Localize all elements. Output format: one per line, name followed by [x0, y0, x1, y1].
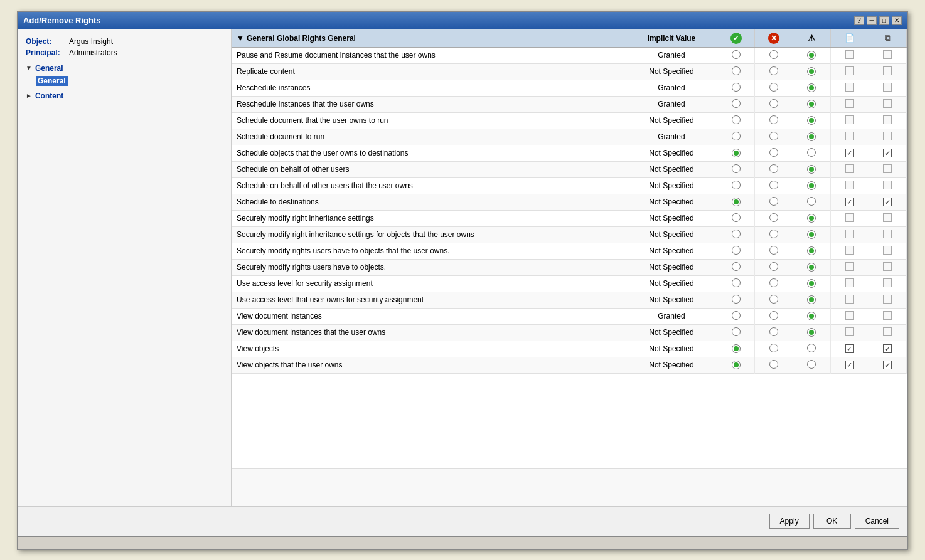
cell-notspecified-radio[interactable] — [793, 96, 830, 112]
cell-check1[interactable] — [831, 275, 869, 292]
cell-grant-radio[interactable] — [717, 341, 754, 357]
cell-check1[interactable] — [831, 80, 869, 96]
cell-check2[interactable] — [869, 259, 906, 275]
cell-check2[interactable] — [869, 275, 906, 292]
cell-check1[interactable] — [831, 308, 869, 324]
cell-check2[interactable]: ✓ — [869, 145, 906, 161]
cell-check2[interactable]: ✓ — [869, 194, 906, 210]
apply-button[interactable]: Apply — [769, 514, 810, 529]
cell-check1[interactable] — [831, 129, 869, 145]
tree-item-general-parent[interactable]: ▼ General — [26, 62, 223, 75]
cell-grant-radio[interactable] — [717, 243, 754, 259]
cell-deny-radio[interactable] — [755, 177, 793, 194]
cell-notspecified-radio[interactable] — [793, 80, 830, 96]
cell-notspecified-radio[interactable] — [793, 47, 830, 63]
cell-check1[interactable] — [831, 243, 869, 259]
cell-deny-radio[interactable] — [755, 324, 793, 341]
cell-check1[interactable] — [831, 47, 869, 63]
cell-notspecified-radio[interactable] — [793, 210, 830, 226]
cell-grant-radio[interactable] — [717, 145, 754, 161]
cell-check2[interactable] — [869, 80, 906, 96]
tree-item-general-child[interactable]: General — [36, 75, 223, 87]
cell-check2[interactable] — [869, 324, 906, 341]
cell-check1[interactable]: ✓ — [831, 357, 869, 373]
ok-button[interactable]: OK — [813, 514, 851, 529]
cell-check2[interactable] — [869, 96, 906, 112]
cell-check2[interactable] — [869, 210, 906, 226]
cell-check2[interactable]: ✓ — [869, 341, 906, 357]
cell-deny-radio[interactable] — [755, 161, 793, 177]
cell-deny-radio[interactable] — [755, 96, 793, 112]
cell-check2[interactable] — [869, 129, 906, 145]
cell-notspecified-radio[interactable] — [793, 145, 830, 161]
tree-item-content[interactable]: ► Content — [26, 90, 223, 102]
cell-check1[interactable]: ✓ — [831, 194, 869, 210]
cell-check1[interactable] — [831, 63, 869, 80]
cell-grant-radio[interactable] — [717, 112, 754, 129]
cell-deny-radio[interactable] — [755, 112, 793, 129]
cancel-button[interactable]: Cancel — [855, 514, 899, 529]
cell-notspecified-radio[interactable] — [793, 194, 830, 210]
cell-notspecified-radio[interactable] — [793, 259, 830, 275]
cell-check2[interactable] — [869, 161, 906, 177]
cell-notspecified-radio[interactable] — [793, 129, 830, 145]
cell-deny-radio[interactable] — [755, 145, 793, 161]
cell-deny-radio[interactable] — [755, 275, 793, 292]
cell-notspecified-radio[interactable] — [793, 112, 830, 129]
cell-notspecified-radio[interactable] — [793, 226, 830, 243]
cell-check1[interactable] — [831, 292, 869, 308]
cell-notspecified-radio[interactable] — [793, 341, 830, 357]
cell-notspecified-radio[interactable] — [793, 292, 830, 308]
cell-deny-radio[interactable] — [755, 308, 793, 324]
cell-grant-radio[interactable] — [717, 80, 754, 96]
cell-grant-radio[interactable] — [717, 226, 754, 243]
cell-grant-radio[interactable] — [717, 210, 754, 226]
cell-grant-radio[interactable] — [717, 177, 754, 194]
cell-deny-radio[interactable] — [755, 47, 793, 63]
cell-grant-radio[interactable] — [717, 324, 754, 341]
cell-deny-radio[interactable] — [755, 210, 793, 226]
help-button[interactable]: ? — [854, 16, 864, 25]
cell-check2[interactable]: ✓ — [869, 357, 906, 373]
cell-grant-radio[interactable] — [717, 47, 754, 63]
cell-notspecified-radio[interactable] — [793, 275, 830, 292]
cell-check1[interactable] — [831, 112, 869, 129]
cell-grant-radio[interactable] — [717, 194, 754, 210]
cell-check1[interactable] — [831, 210, 869, 226]
cell-deny-radio[interactable] — [755, 243, 793, 259]
cell-deny-radio[interactable] — [755, 226, 793, 243]
cell-check1[interactable] — [831, 177, 869, 194]
cell-check1[interactable] — [831, 324, 869, 341]
cell-grant-radio[interactable] — [717, 292, 754, 308]
cell-grant-radio[interactable] — [717, 308, 754, 324]
cell-check2[interactable] — [869, 243, 906, 259]
cell-deny-radio[interactable] — [755, 129, 793, 145]
cell-check2[interactable] — [869, 47, 906, 63]
cell-check1[interactable] — [831, 96, 869, 112]
cell-notspecified-radio[interactable] — [793, 243, 830, 259]
cell-grant-radio[interactable] — [717, 259, 754, 275]
cell-check1[interactable]: ✓ — [831, 145, 869, 161]
cell-check1[interactable] — [831, 161, 869, 177]
cell-notspecified-radio[interactable] — [793, 357, 830, 373]
cell-notspecified-radio[interactable] — [793, 177, 830, 194]
cell-check2[interactable] — [869, 226, 906, 243]
cell-check2[interactable] — [869, 112, 906, 129]
cell-notspecified-radio[interactable] — [793, 324, 830, 341]
cell-check1[interactable]: ✓ — [831, 341, 869, 357]
cell-check2[interactable] — [869, 308, 906, 324]
cell-deny-radio[interactable] — [755, 341, 793, 357]
cell-check2[interactable] — [869, 292, 906, 308]
cell-grant-radio[interactable] — [717, 96, 754, 112]
close-button[interactable]: ✕ — [892, 16, 902, 25]
cell-grant-radio[interactable] — [717, 357, 754, 373]
cell-deny-radio[interactable] — [755, 194, 793, 210]
cell-check2[interactable] — [869, 63, 906, 80]
cell-check1[interactable] — [831, 226, 869, 243]
cell-notspecified-radio[interactable] — [793, 63, 830, 80]
table-container[interactable]: ▼ General Global Rights General Implicit… — [232, 29, 907, 468]
cell-deny-radio[interactable] — [755, 259, 793, 275]
cell-grant-radio[interactable] — [717, 275, 754, 292]
cell-grant-radio[interactable] — [717, 161, 754, 177]
maximize-button[interactable]: □ — [879, 16, 889, 25]
